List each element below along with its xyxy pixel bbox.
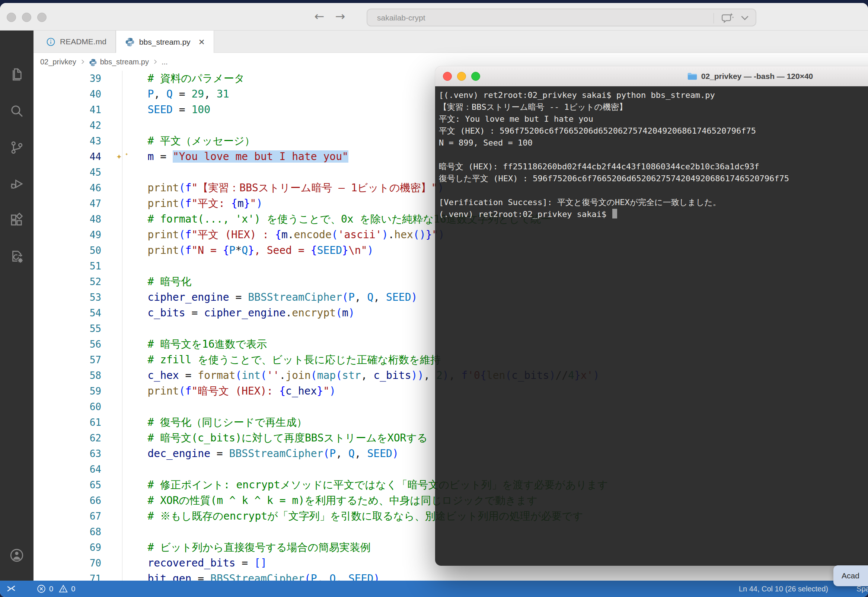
error-count: 0 xyxy=(49,585,53,593)
divider xyxy=(714,13,714,24)
line-number[interactable]: 65 xyxy=(34,477,122,493)
cpp-tools-icon[interactable] xyxy=(9,249,25,265)
info-icon xyxy=(46,37,55,46)
line-number[interactable]: 44 xyxy=(34,149,122,165)
notification-toast[interactable]: Acad xyxy=(833,565,868,586)
search-icon[interactable] xyxy=(9,103,25,119)
folder-icon xyxy=(687,72,697,81)
line-number[interactable]: 60 xyxy=(34,399,122,414)
forward-arrow-icon[interactable]: → xyxy=(332,8,349,25)
screen: ← → sakailab-crypt xyxy=(0,0,868,597)
terminal-line xyxy=(439,149,868,161)
problems-indicator[interactable]: 0 0 xyxy=(37,584,75,594)
line-number[interactable]: 45 xyxy=(34,165,122,180)
window-title: sakailab-crypt xyxy=(377,9,426,26)
line-number[interactable]: 61 xyxy=(34,414,122,430)
tab-label: README.md xyxy=(60,37,107,46)
extensions-icon[interactable] xyxy=(9,212,25,229)
terminal-title: 02_privkey — -bash — 120×40 xyxy=(701,66,813,86)
warning-icon xyxy=(58,584,68,594)
copilot-chat-icon[interactable] xyxy=(721,12,734,24)
line-number[interactable]: 67 xyxy=(34,508,122,524)
back-arrow-icon[interactable]: ← xyxy=(311,8,328,25)
tab-bbs-stream[interactable]: bbs_stream.py × xyxy=(116,31,214,53)
line-number[interactable]: 46 xyxy=(34,180,122,196)
terminal-line: [(.venv) ret2root:02_privkey sakai$ pyth… xyxy=(439,89,868,101)
line-number[interactable]: 39 xyxy=(34,71,122,86)
terminal-titlebar[interactable]: 02_privkey — -bash — 120×40 xyxy=(435,66,868,86)
line-number[interactable]: 50 xyxy=(34,243,122,258)
line-number[interactable]: 69 xyxy=(34,540,122,555)
window-controls xyxy=(7,13,46,22)
remote-indicator-icon[interactable] xyxy=(6,584,16,594)
tab-label: bbs_stream.py xyxy=(139,37,191,46)
line-number[interactable]: 53 xyxy=(34,290,122,305)
line-number[interactable]: 51 xyxy=(34,258,122,274)
terminal-line: N = 899, Seed = 100 xyxy=(439,137,868,149)
titlebar: ← → sakailab-crypt xyxy=(0,3,868,31)
terminal-line: 平文 (HEX) : 596f75206c6f7665206d652062757… xyxy=(439,125,868,137)
line-number[interactable]: 54 xyxy=(34,305,122,321)
terminal-output[interactable]: [(.venv) ret2root:02_privkey sakai$ pyth… xyxy=(435,86,868,566)
python-icon xyxy=(89,58,97,67)
terminal-window[interactable]: 02_privkey — -bash — 120×40 [(.venv) ret… xyxy=(435,66,868,566)
minimize-window-button[interactable] xyxy=(22,13,31,22)
breadcrumb-file[interactable]: bbs_stream.py xyxy=(100,58,149,66)
code-line-content: bit_gen = BBSStreamCipher(P, Q, SEED) xyxy=(122,571,868,581)
line-number[interactable]: 58 xyxy=(34,368,122,383)
line-number[interactable]: 41 xyxy=(34,102,122,117)
line-number[interactable]: 48 xyxy=(34,211,122,227)
accounts-icon[interactable] xyxy=(9,547,25,563)
breadcrumb-folder[interactable]: 02_privkey xyxy=(40,58,76,66)
terminal-line: 【実習：BBSストリーム暗号 -- 1ビットの機密】 xyxy=(439,101,868,113)
line-number[interactable]: 47 xyxy=(34,196,122,211)
terminal-line: 平文: You love me but I hate you xyxy=(439,113,868,125)
chevron-down-icon[interactable] xyxy=(740,15,749,21)
line-number[interactable]: 66 xyxy=(34,493,122,508)
line-number[interactable]: 63 xyxy=(34,446,122,462)
line-number[interactable]: 57 xyxy=(34,352,122,368)
line-number[interactable]: 40 xyxy=(34,86,122,102)
source-control-icon[interactable] xyxy=(9,139,25,156)
cursor-position-indicator[interactable]: Ln 44, Col 10 (26 selected) xyxy=(739,581,828,597)
chevron-right-icon xyxy=(152,58,159,65)
code-line[interactable]: 71 bit_gen = BBSStreamCipher(P, Q, SEED) xyxy=(34,571,868,581)
tab-bar: README.md bbs_stream.py × xyxy=(34,31,868,53)
terminal-line xyxy=(439,185,868,196)
line-number[interactable]: 43 xyxy=(34,133,122,149)
run-debug-icon[interactable] xyxy=(9,176,25,192)
terminal-line: [Verification Success]: 平文と復号文のHEXが完全に一致… xyxy=(439,196,868,208)
terminal-line: 復号した平文 (HEX) : 596f75206c6f7665206d65206… xyxy=(439,173,868,185)
warning-count: 0 xyxy=(71,585,75,593)
line-number[interactable]: 62 xyxy=(34,430,122,446)
explorer-icon[interactable] xyxy=(9,66,25,83)
line-number[interactable]: 68 xyxy=(34,524,122,540)
line-number[interactable]: 55 xyxy=(34,321,122,336)
terminal-line: 暗号文 (HEX): ff251186260bd02f44cb2f44c43f1… xyxy=(439,161,868,173)
line-number[interactable]: 56 xyxy=(34,336,122,352)
terminal-line: (.venv) ret2root:02_privkey sakai$ xyxy=(439,208,868,220)
line-number[interactable]: 71 xyxy=(34,571,122,581)
line-number[interactable]: 42 xyxy=(34,117,122,133)
close-icon[interactable]: × xyxy=(199,37,205,47)
activity-bar xyxy=(0,31,34,581)
terminal-cursor xyxy=(612,209,617,218)
line-number[interactable]: 52 xyxy=(34,274,122,290)
close-window-button[interactable] xyxy=(7,13,16,22)
command-center[interactable]: sakailab-crypt xyxy=(366,9,756,27)
line-number[interactable]: 70 xyxy=(34,555,122,571)
chevron-right-icon xyxy=(79,58,86,65)
zoom-window-button[interactable] xyxy=(37,13,46,22)
line-number[interactable]: 49 xyxy=(34,227,122,243)
python-icon xyxy=(125,37,135,47)
copilot-sparkle-icon[interactable]: ✦✦ xyxy=(116,148,138,164)
line-number[interactable]: 64 xyxy=(34,462,122,477)
line-number[interactable]: 59 xyxy=(34,383,122,399)
breadcrumb-symbol[interactable]: ... xyxy=(162,58,168,66)
error-icon xyxy=(37,584,46,594)
tab-readme[interactable]: README.md xyxy=(37,31,116,53)
status-bar: 0 0 Ln 44, Col 10 (26 selected) Spaces: … xyxy=(0,581,868,597)
